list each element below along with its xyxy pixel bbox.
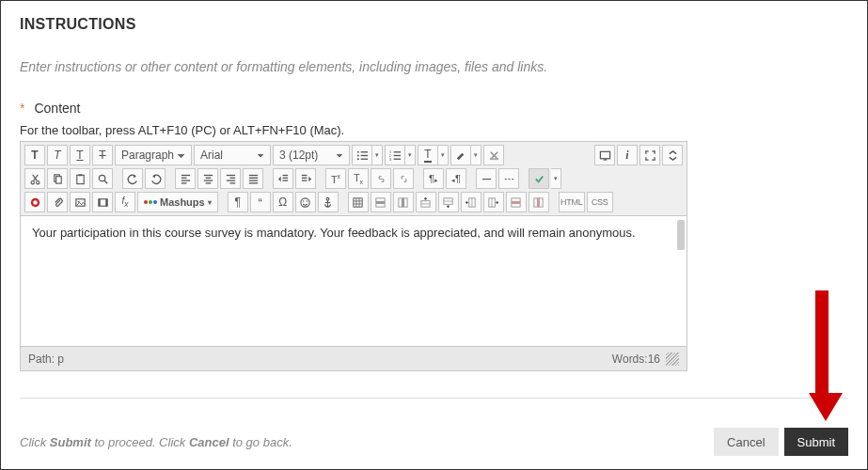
html-button[interactable]: HTML [559,192,585,212]
bullet-list-caret[interactable]: ▾ [372,145,383,165]
divider [20,398,848,399]
link-button[interactable] [371,168,391,189]
svg-rect-43 [301,180,307,180]
ltr-button[interactable]: ¶▸ [423,168,444,189]
subscript-button[interactable]: Tx [348,168,369,189]
scrollbar-thumb[interactable] [677,220,685,250]
editor-content[interactable]: Your participation in this course survey… [21,216,687,346]
align-center-button[interactable] [197,168,218,189]
svg-rect-42 [301,177,307,178]
strike-button[interactable]: T [92,145,113,165]
table-col-button[interactable] [393,192,414,212]
svg-text:3: 3 [389,157,391,161]
table-insert-col-left-button[interactable] [461,192,481,212]
svg-rect-19 [76,175,83,183]
svg-point-56 [303,200,304,201]
submit-button[interactable]: Submit [784,428,848,456]
align-justify-button[interactable] [243,168,263,189]
table-insert-row-below-button[interactable] [438,192,459,212]
hr-button[interactable] [476,168,497,189]
copy-button[interactable] [47,168,68,189]
svg-point-4 [356,158,358,160]
symbol-button[interactable]: Ω [273,192,293,212]
svg-rect-1 [360,151,367,152]
quote-button[interactable]: “ [250,192,271,212]
table-insert-col-right-button[interactable] [483,192,504,212]
find-button[interactable] [92,168,113,189]
spellcheck-caret[interactable]: ▾ [551,168,561,189]
highlight-button[interactable] [450,145,471,165]
undo-button[interactable] [122,168,143,189]
align-left-button[interactable] [175,168,196,189]
table-insert-row-above-button[interactable] [416,192,436,212]
collapse-icon[interactable] [662,145,683,165]
svg-rect-22 [181,174,189,175]
content-label: Content [34,101,80,116]
css-button[interactable]: CSS [587,192,613,212]
cancel-button[interactable]: Cancel [714,428,778,456]
attach-button[interactable] [47,192,68,212]
svg-rect-7 [393,151,400,152]
bullet-list-button[interactable] [352,145,372,165]
svg-rect-34 [248,174,257,175]
editor-toolbar: T T T T Paragraph Arial 3 (12pt) ▾ 123 ▾… [21,142,687,216]
highlight-caret[interactable]: ▾ [471,145,481,165]
image-button[interactable] [70,192,90,212]
emoticon-button[interactable] [295,192,316,212]
toolbar-hint: For the toolbar, press ALT+F10 (PC) or A… [20,123,848,137]
resize-grip[interactable] [666,352,679,366]
svg-rect-31 [229,177,235,178]
italic-button[interactable]: T [47,145,68,165]
bold-button[interactable]: T [24,145,45,165]
indent-button[interactable] [295,168,316,189]
record-button[interactable] [24,192,45,212]
number-list-caret[interactable]: ▾ [405,145,416,165]
svg-rect-30 [226,174,234,175]
underline-button[interactable]: T [70,145,90,165]
redo-button[interactable] [145,168,166,189]
svg-rect-27 [205,177,211,178]
svg-rect-36 [248,180,257,180]
number-list-button[interactable]: 123 [385,145,405,165]
hr-dashed-button[interactable] [498,168,519,189]
svg-rect-37 [248,182,257,183]
svg-rect-9 [393,154,400,155]
table-delete-col-button[interactable] [529,192,549,212]
align-right-button[interactable] [220,168,241,189]
showblocks-button[interactable]: ¶ [228,192,248,212]
svg-rect-47 [512,179,513,180]
svg-rect-35 [248,177,257,178]
size-select[interactable]: 3 (12pt) [273,145,350,165]
text-color-button[interactable]: T [418,145,438,165]
fx-button[interactable]: fx [115,192,135,212]
cut-button[interactable] [24,168,45,189]
font-select[interactable]: Arial [194,145,271,165]
table-button[interactable] [348,192,369,212]
table-delete-row-button[interactable] [506,192,527,212]
svg-rect-54 [105,198,107,205]
text-color-caret[interactable]: ▾ [438,145,449,165]
svg-rect-46 [508,179,510,180]
paste-button[interactable] [70,168,90,189]
svg-point-49 [33,200,38,205]
svg-rect-53 [98,198,100,205]
svg-point-15 [31,180,34,183]
unlink-button[interactable] [393,168,414,189]
svg-rect-71 [537,197,540,206]
info-icon[interactable]: i [617,145,638,165]
clear-format-button[interactable] [483,145,504,165]
svg-rect-39 [282,177,288,178]
svg-point-0 [356,150,358,152]
superscript-button[interactable]: Tx [325,168,346,189]
preview-icon[interactable] [594,145,615,165]
fullscreen-icon[interactable] [639,145,660,165]
paragraph-select[interactable]: Paragraph [115,145,192,165]
media-button[interactable] [92,192,113,212]
spellcheck-button[interactable] [529,168,549,189]
table-row-button[interactable] [371,192,391,212]
rtl-button[interactable]: ◂¶ [446,168,466,189]
mashups-button[interactable]: Mashups ▾ [137,192,218,212]
svg-rect-3 [360,154,367,155]
outdent-button[interactable] [273,168,293,189]
anchor-button[interactable] [318,192,339,212]
